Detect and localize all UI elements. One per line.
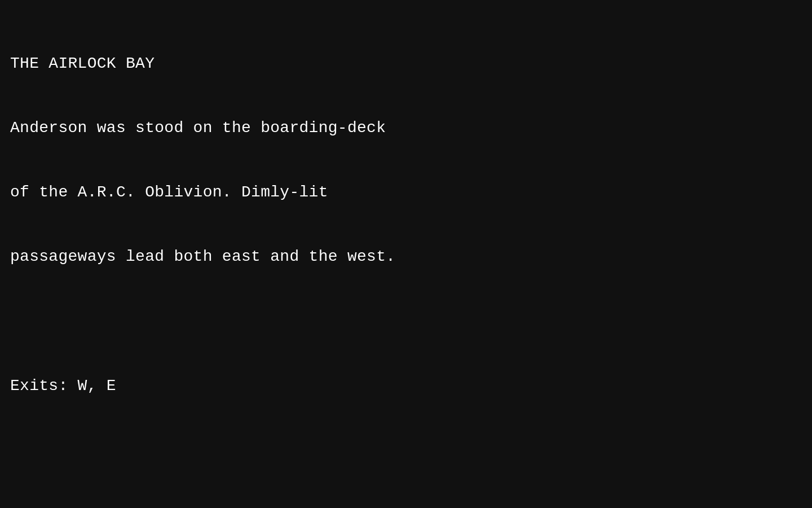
blank-line-3 bbox=[10, 504, 802, 508]
line-exits: Exits: W, E bbox=[10, 375, 802, 397]
line-desc3: passageways lead both east and the west. bbox=[10, 246, 802, 268]
terminal-screen[interactable]: THE AIRLOCK BAY Anderson was stood on th… bbox=[0, 0, 812, 508]
line-desc2: of the A.R.C. Oblivion. Dimly-lit bbox=[10, 182, 802, 204]
line-desc1: Anderson was stood on the boarding-deck bbox=[10, 117, 802, 139]
blank-line-1 bbox=[10, 310, 802, 332]
blank-line-2 bbox=[10, 440, 802, 462]
line-title: THE AIRLOCK BAY bbox=[10, 53, 802, 75]
